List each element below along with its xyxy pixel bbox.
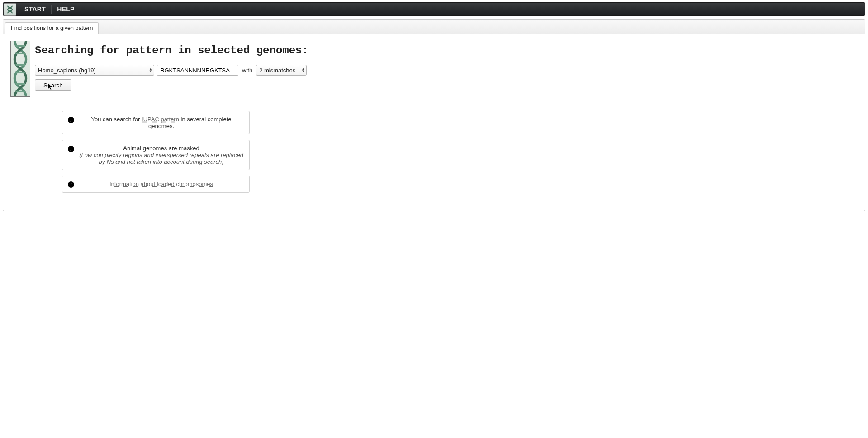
dna-icon bbox=[10, 41, 30, 97]
info-icon: i bbox=[68, 117, 74, 123]
updown-icon: ▲▼ bbox=[149, 68, 152, 72]
info-box-chromosomes: i Information about loaded chromosomes bbox=[62, 176, 250, 193]
menu-start[interactable]: START bbox=[19, 3, 51, 15]
info-note: (Low complexity regions and interspersed… bbox=[79, 152, 244, 165]
info-icon: i bbox=[68, 146, 74, 152]
info-box-iupac: i You can search for IUPAC pattern in se… bbox=[62, 111, 250, 134]
info-icon: i bbox=[68, 181, 74, 188]
main-panel: Find positions for a given pattern bbox=[3, 19, 865, 211]
genome-select[interactable]: Homo_sapiens (hg19) ▲▼ bbox=[35, 65, 154, 76]
genome-select-value: Homo_sapiens (hg19) bbox=[38, 67, 96, 74]
tabbar: Find positions for a given pattern bbox=[3, 20, 865, 34]
app-logo-icon bbox=[4, 3, 16, 16]
info-text: Animal genomes are masked bbox=[123, 145, 199, 152]
mismatch-select[interactable]: 2 mismatches ▲▼ bbox=[256, 65, 307, 76]
search-button[interactable]: Search bbox=[35, 79, 71, 91]
page-title: Searching for pattern in selected genome… bbox=[35, 44, 858, 57]
info-box-masked: i Animal genomes are masked (Low complex… bbox=[62, 140, 250, 170]
mismatch-select-value: 2 mismatches bbox=[259, 67, 295, 74]
menubar: START HELP bbox=[3, 2, 865, 16]
tab-find-positions[interactable]: Find positions for a given pattern bbox=[5, 22, 99, 34]
info-section: i You can search for IUPAC pattern in se… bbox=[62, 111, 258, 193]
with-label: with bbox=[241, 67, 253, 74]
pattern-input[interactable] bbox=[157, 65, 238, 76]
iupac-pattern-link[interactable]: IUPAC pattern bbox=[142, 116, 179, 123]
updown-icon: ▲▼ bbox=[301, 68, 305, 72]
chromosome-info-link[interactable]: Information about loaded chromosomes bbox=[109, 181, 213, 187]
info-text: You can search for bbox=[91, 116, 142, 123]
menu-help[interactable]: HELP bbox=[52, 3, 80, 15]
